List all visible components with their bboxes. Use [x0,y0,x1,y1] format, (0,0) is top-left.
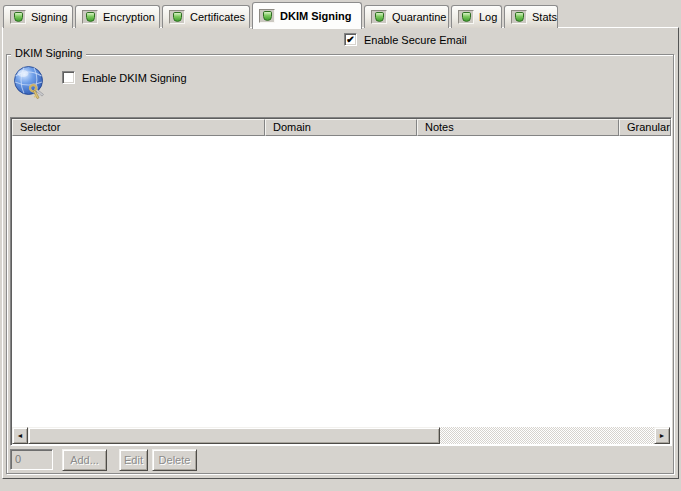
enable-secure-email-row: ✔ Enable Secure Email [344,33,467,46]
tab-label: Signing [31,11,68,23]
tab-stats[interactable]: Stats [504,5,558,28]
tab-certificates[interactable]: Certificates [162,5,250,28]
tab-encryption[interactable]: Encryption [75,5,160,28]
enable-secure-email-checkbox[interactable]: ✔ [344,33,357,46]
globe-with-keys-icon [13,65,47,101]
right-arrow-icon: ► [659,432,666,439]
horizontal-scrollbar: ◄ ► [12,427,670,444]
green-shield-icon [259,9,275,23]
tab-log[interactable]: Log [451,5,502,28]
green-shield-icon [511,10,527,24]
green-shield-icon [169,10,185,24]
scroll-left-button[interactable]: ◄ [12,427,28,444]
groupbox-title: DKIM Signing [11,47,86,59]
column-header-domain[interactable]: Domain [265,119,417,136]
tab-bar: Signing Encryption Certificates DKIM Sig… [0,0,681,28]
column-header-selector[interactable]: Selector [12,119,265,136]
dkim-signing-groupbox: DKIM Signing [6,54,674,474]
green-shield-icon [82,10,98,24]
enable-secure-email-label: Enable Secure Email [364,34,467,46]
add-button[interactable]: Add... [62,449,107,471]
enable-dkim-signing-row: Enable DKIM Signing [62,71,187,84]
dkim-signing-tab-page: ✔ Enable Secure Email DKIM Signing [2,27,679,479]
list-header: Selector Domain Notes Granularity [12,119,671,136]
tab-label: Quarantine [392,11,446,23]
delete-button[interactable]: Delete [152,449,197,471]
record-count-field[interactable]: 0 [10,449,53,470]
tab-label: Stats [532,11,557,23]
scrollbar-thumb[interactable] [28,427,440,444]
left-arrow-icon: ◄ [17,432,24,439]
tab-signing[interactable]: Signing [3,5,73,28]
scrollbar-track[interactable] [440,427,654,444]
list-body-empty[interactable] [12,136,670,427]
green-shield-icon [371,10,387,24]
tab-label: Log [479,11,497,23]
dkim-selector-list: Selector Domain Notes Granularity ◄ ► [10,117,672,446]
tab-label: DKIM Signing [280,10,352,22]
enable-dkim-signing-label: Enable DKIM Signing [82,72,187,84]
edit-button[interactable]: Edit [119,449,148,471]
scroll-right-button[interactable]: ► [654,427,670,444]
green-shield-icon [458,10,474,24]
tab-dkim-signing[interactable]: DKIM Signing [252,2,362,29]
column-header-granularity[interactable]: Granularity [619,119,671,136]
tab-quarantine[interactable]: Quarantine [364,5,449,28]
tab-label: Encryption [103,11,155,23]
green-shield-icon [10,10,26,24]
enable-dkim-signing-checkbox[interactable] [62,71,75,84]
column-header-notes[interactable]: Notes [417,119,619,136]
tab-label: Certificates [190,11,245,23]
